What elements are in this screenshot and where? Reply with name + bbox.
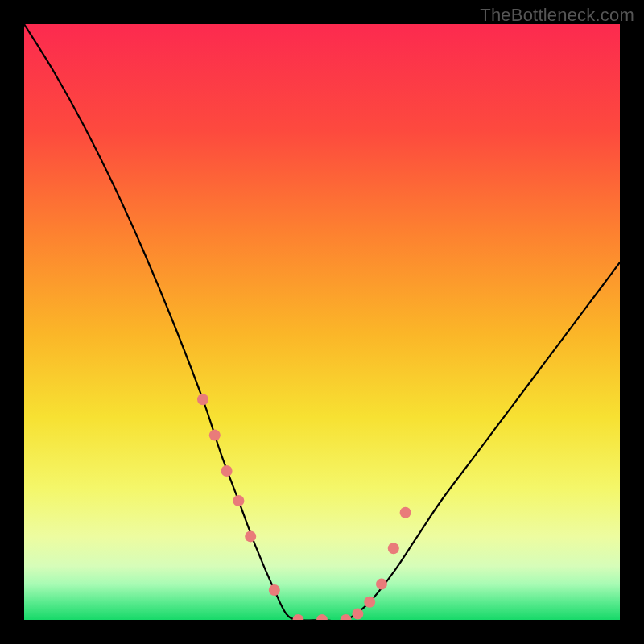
marker-dot [341, 614, 352, 620]
plot-area [24, 24, 620, 620]
bottleneck-curve [24, 24, 620, 620]
marker-dot [292, 614, 303, 620]
marker-dot [352, 609, 363, 620]
marker-dot [233, 495, 244, 506]
marker-dot [197, 394, 208, 405]
marker-dot [209, 430, 221, 441]
marker-dot [269, 584, 280, 596]
chart-root: TheBottleneck.com [0, 0, 644, 644]
marker-dot [316, 614, 328, 620]
highlight-dots [197, 394, 411, 620]
marker-dot [245, 530, 256, 542]
marker-dot [221, 465, 233, 477]
marker-dot [388, 543, 399, 554]
marker-dot [400, 507, 411, 518]
curve-layer [24, 24, 620, 620]
marker-dot [364, 597, 375, 608]
marker-dot [376, 579, 387, 590]
watermark-text: TheBottleneck.com [480, 5, 634, 26]
